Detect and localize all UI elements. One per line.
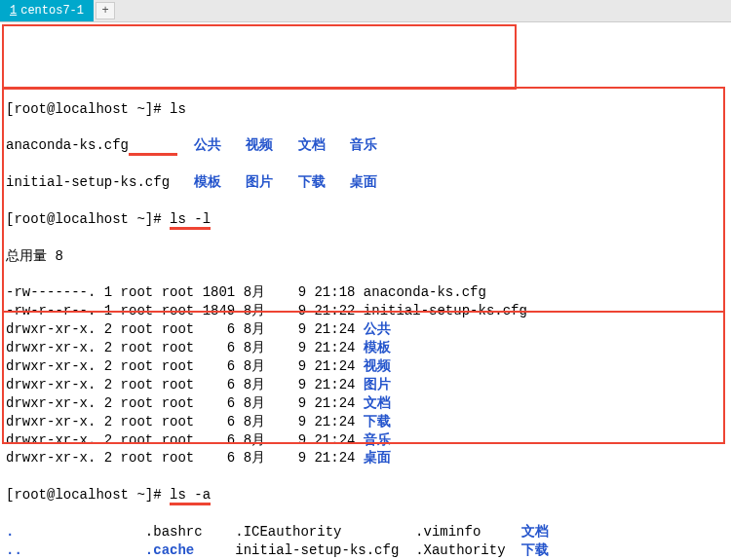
lsl-block: -rw-------. 1 root root 1801 8月 9 21:18 … xyxy=(6,283,725,467)
lsl-row: -rw-------. 1 root root 1801 8月 9 21:18 … xyxy=(6,283,725,302)
cmd-ls: ls xyxy=(170,101,186,117)
dir: 桌面 xyxy=(364,450,391,466)
dir: 文档 xyxy=(298,137,326,153)
dir: 下载 xyxy=(521,542,549,558)
tab-index: 1 xyxy=(10,4,17,18)
file: .bashrc xyxy=(145,524,235,540)
lsl-row: drwxr-xr-x. 2 root root 6 8月 9 21:24 模板 xyxy=(6,339,725,357)
terminal-output[interactable]: [root@localhost ~]# ls anaconda-ks.cfg 公… xyxy=(0,22,731,560)
file: anaconda-ks.cfg xyxy=(364,284,486,300)
file: .ICEauthority xyxy=(235,524,415,540)
red-underline xyxy=(129,137,177,156)
tab-centos[interactable]: 1 centos7-1 xyxy=(0,0,94,21)
new-tab-button[interactable]: + xyxy=(96,2,115,19)
cmd-lsa: ls -a xyxy=(170,487,211,505)
lsl-row: drwxr-xr-x. 2 root root 6 8月 9 21:24 公共 xyxy=(6,320,725,339)
dir: 文档 xyxy=(521,524,549,540)
lsl-row: drwxr-xr-x. 2 root root 6 8月 9 21:24 桌面 xyxy=(6,449,725,467)
dir: 视频 xyxy=(246,137,273,153)
line: initial-setup-ks.cfg 模板 图片 下载 桌面 xyxy=(6,173,725,192)
prompt: [root@localhost ~]# xyxy=(6,101,170,117)
line: [root@localhost ~]# ls -l xyxy=(6,210,725,229)
lsa-row: . .bashrc .ICEauthority .viminfo 文档 xyxy=(6,523,725,541)
dir: 公共 xyxy=(364,321,391,337)
lsa-row: .. .cache initial-setup-ks.cfg .Xauthori… xyxy=(6,541,725,560)
highlight-box-1 xyxy=(2,24,517,90)
tab-bar: 1 centos7-1 + xyxy=(0,0,731,22)
lsa-block: . .bashrc .ICEauthority .viminfo 文档.. .c… xyxy=(6,523,725,560)
dir: 桌面 xyxy=(350,174,377,190)
highlight-box-2 xyxy=(2,87,725,313)
dir: 图片 xyxy=(246,174,273,190)
line: 总用量 8 xyxy=(6,247,725,266)
lsl-row: drwxr-xr-x. 2 root root 6 8月 9 21:24 图片 xyxy=(6,376,725,394)
dir: 公共 xyxy=(194,137,221,153)
dir: 音乐 xyxy=(364,432,391,448)
file: initial-setup-ks.cfg xyxy=(364,303,527,318)
dir: 下载 xyxy=(364,414,391,429)
dir: 视频 xyxy=(364,358,391,374)
file: anaconda-ks.cfg xyxy=(6,137,129,153)
lsl-row: -rw-r--r--. 1 root root 1849 8月 9 21:22 … xyxy=(6,302,725,320)
file: initial-setup-ks.cfg xyxy=(235,542,415,558)
tab-label: centos7-1 xyxy=(20,4,84,18)
dir: 图片 xyxy=(364,377,391,392)
lsl-row: drwxr-xr-x. 2 root root 6 8月 9 21:24 视频 xyxy=(6,357,725,376)
cmd-lsl: ls -l xyxy=(170,211,211,230)
line: [root@localhost ~]# ls -a xyxy=(6,486,725,504)
dir: 模板 xyxy=(364,340,391,355)
dir: 文档 xyxy=(364,395,391,411)
dir: 下载 xyxy=(298,174,326,190)
lsl-row: drwxr-xr-x. 2 root root 6 8月 9 21:24 音乐 xyxy=(6,431,725,450)
file: .viminfo xyxy=(415,524,521,540)
dir: 模板 xyxy=(194,174,221,190)
line: [root@localhost ~]# ls xyxy=(6,100,725,119)
prompt: [root@localhost ~]# xyxy=(6,487,170,503)
dir: 音乐 xyxy=(350,137,377,153)
file: initial-setup-ks.cfg xyxy=(6,174,170,190)
dir: .. xyxy=(6,542,22,558)
lsl-row: drwxr-xr-x. 2 root root 6 8月 9 21:24 文档 xyxy=(6,394,725,413)
line: anaconda-ks.cfg 公共 视频 文档 音乐 xyxy=(6,136,725,155)
dir: . xyxy=(6,524,14,540)
prompt: [root@localhost ~]# xyxy=(6,211,170,227)
file: .Xauthority xyxy=(415,542,521,558)
dir: .cache xyxy=(145,542,194,558)
lsl-row: drwxr-xr-x. 2 root root 6 8月 9 21:24 下载 xyxy=(6,413,725,431)
